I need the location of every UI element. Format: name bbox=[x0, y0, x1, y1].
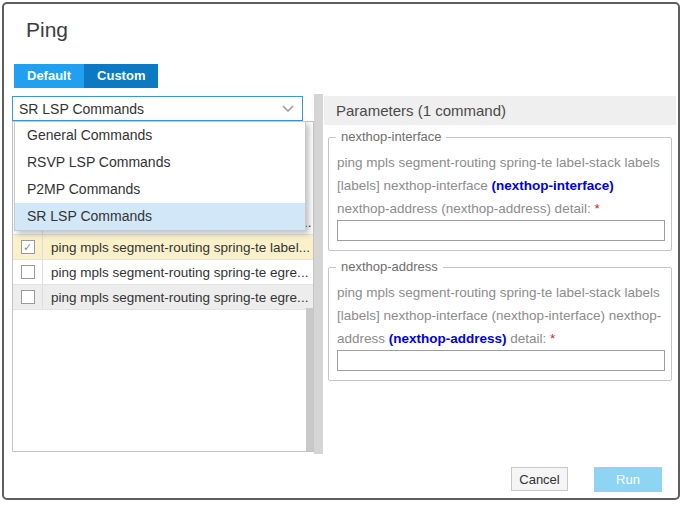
desc-text: nexthop-address (nexthop-address) detail… bbox=[337, 201, 594, 216]
dropdown-option-rsvp[interactable]: RSVP LSP Commands bbox=[15, 149, 305, 176]
param-group-nexthop-address: nexthop-address ping mpls segment-routin… bbox=[328, 267, 672, 381]
parameters-header: Parameters (1 command) bbox=[324, 96, 676, 125]
panel-divider bbox=[314, 94, 323, 454]
dropdown-option-p2mp[interactable]: P2MP Commands bbox=[15, 176, 305, 203]
checkbox-cell bbox=[13, 260, 43, 284]
dropdown-option-sr-lsp[interactable]: SR LSP Commands bbox=[15, 203, 305, 230]
command-row-label: ping mpls segment-routing spring-te egre… bbox=[43, 290, 308, 305]
chevron-down-icon bbox=[282, 105, 294, 113]
param-group-nexthop-interface: nexthop-interface ping mpls segment-rout… bbox=[328, 137, 672, 251]
command-type-select[interactable]: SR LSP Commands bbox=[12, 96, 303, 121]
param-group-legend: nexthop-interface bbox=[336, 129, 446, 144]
checkbox[interactable] bbox=[21, 290, 35, 304]
list-scrollbar[interactable] bbox=[306, 308, 313, 451]
ping-dialog-screen: Ping Default Custom SR LSP Commands ping… bbox=[0, 0, 685, 505]
dropdown-option-general[interactable]: General Commands bbox=[15, 122, 305, 149]
tab-default[interactable]: Default bbox=[14, 64, 84, 88]
checkbox-cell bbox=[13, 235, 43, 259]
desc-param-name: (nexthop-address) bbox=[389, 331, 507, 346]
page-title: Ping bbox=[26, 18, 68, 42]
run-button[interactable]: Run bbox=[594, 467, 662, 492]
desc-param-name: (nexthop-interface) bbox=[492, 178, 614, 193]
nexthop-address-input[interactable] bbox=[337, 350, 665, 371]
desc-text: detail: bbox=[507, 331, 551, 346]
tab-custom[interactable]: Custom bbox=[84, 64, 158, 88]
command-type-dropdown: General Commands RSVP LSP Commands P2MP … bbox=[14, 121, 306, 231]
checkbox[interactable] bbox=[21, 265, 35, 279]
ping-dialog: Ping Default Custom SR LSP Commands ping… bbox=[2, 2, 680, 500]
checkbox-checked[interactable] bbox=[21, 240, 35, 254]
param-description: ping mpls segment-routing spring-te labe… bbox=[337, 281, 663, 350]
command-row[interactable]: ping mpls segment-routing spring-te egre… bbox=[13, 260, 313, 285]
cancel-button[interactable]: Cancel bbox=[511, 467, 568, 491]
required-asterisk: * bbox=[594, 201, 599, 216]
command-row[interactable]: ping mpls segment-routing spring-te labe… bbox=[13, 235, 313, 260]
checkbox-cell bbox=[13, 285, 43, 309]
command-type-select-value: SR LSP Commands bbox=[19, 101, 282, 117]
param-group-legend: nexthop-address bbox=[336, 259, 443, 274]
nexthop-interface-input[interactable] bbox=[337, 220, 665, 241]
param-description: ping mpls segment-routing spring-te labe… bbox=[337, 151, 663, 220]
mode-tabs: Default Custom bbox=[14, 64, 158, 88]
required-asterisk: * bbox=[550, 331, 555, 346]
command-row-label: ping mpls segment-routing spring-te labe… bbox=[43, 240, 310, 255]
command-row[interactable]: ping mpls segment-routing spring-te egre… bbox=[13, 285, 313, 310]
command-row-label: ping mpls segment-routing spring-te egre… bbox=[43, 265, 308, 280]
